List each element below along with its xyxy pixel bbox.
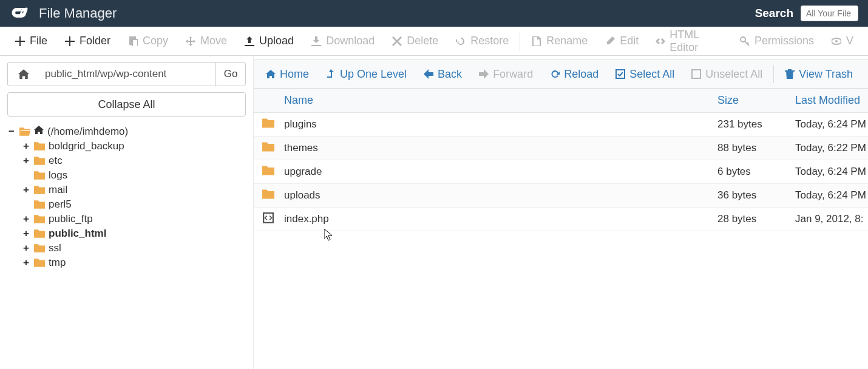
- file-row[interactable]: themes 88 bytes Today, 6:22 PM: [254, 137, 868, 160]
- move-icon: [185, 36, 196, 47]
- toolbar-upload-button[interactable]: Upload: [236, 31, 302, 51]
- folder-icon: [262, 141, 274, 156]
- file-name: plugins: [283, 118, 717, 130]
- path-input[interactable]: [39, 62, 215, 86]
- search-label: Search: [755, 7, 793, 20]
- key-icon: [739, 36, 750, 47]
- toolbar-permissions-button: Permissions: [731, 31, 822, 51]
- file-table-header: Name Size Last Modified: [254, 89, 868, 113]
- file-modified: Today, 6:24 PM: [795, 189, 868, 201]
- file-row[interactable]: uploads 36 bytes Today, 6:24 PM: [254, 184, 868, 208]
- toggle-icon[interactable]: −: [7, 126, 16, 138]
- collapse-all-button[interactable]: Collapse All: [7, 92, 246, 117]
- tree-node-tmp[interactable]: + tmp: [22, 256, 246, 270]
- unchecked-icon: [691, 69, 701, 79]
- toolbar-label: Download: [326, 35, 375, 47]
- tree-root[interactable]: − (/home/imhdemo): [7, 124, 246, 139]
- toolbar-label: Edit: [620, 35, 639, 47]
- toolbar-label: Rename: [546, 35, 588, 47]
- file-modified: Today, 6:22 PM: [795, 142, 868, 154]
- go-button[interactable]: Go: [215, 62, 246, 86]
- toolbar-separator: [520, 32, 520, 51]
- col-modified-header[interactable]: Last Modified: [795, 94, 868, 107]
- tree-node-boldgrid_backup[interactable]: + boldgrid_backup: [22, 139, 246, 154]
- tree-node-label: etc: [49, 155, 63, 167]
- nav-view trash-button[interactable]: View Trash: [776, 60, 861, 88]
- toggle-icon[interactable]: +: [22, 213, 30, 225]
- plus-icon: [15, 36, 25, 47]
- cpanel-logo-icon: [10, 6, 30, 21]
- folder-icon: [34, 170, 45, 181]
- nav-unselect all-button: Unselect All: [683, 60, 771, 88]
- toggle-icon[interactable]: +: [22, 140, 30, 152]
- tree-node-label: public_ftp: [49, 213, 93, 225]
- tree-node-public_html[interactable]: + public_html: [22, 226, 246, 241]
- nav-label: Forward: [493, 68, 533, 81]
- toolbar-label: Copy: [143, 35, 168, 47]
- forward-icon: [479, 69, 489, 79]
- file-modified: Jan 9, 2012, 8:: [795, 213, 868, 225]
- toggle-icon[interactable]: +: [22, 155, 30, 167]
- toolbar-folder-button[interactable]: Folder: [56, 31, 119, 51]
- toggle-icon[interactable]: +: [22, 228, 30, 240]
- tree-node-public_ftp[interactable]: + public_ftp: [22, 212, 246, 226]
- tree-node-perl5[interactable]: perl5: [22, 197, 246, 212]
- tree-node-label: tmp: [49, 257, 66, 269]
- folder-tree: − (/home/imhdemo) + boldgrid_backup + et…: [7, 124, 246, 270]
- col-name-header[interactable]: Name: [283, 94, 717, 107]
- nav-select all-button[interactable]: Select All: [607, 60, 683, 88]
- nav-label: Up One Level: [340, 68, 407, 81]
- file-row[interactable]: upgrade 6 bytes Today, 6:24 PM: [254, 160, 868, 184]
- tree-node-label: perl5: [49, 198, 72, 211]
- toolbar-label: Restore: [470, 35, 509, 47]
- back-icon: [424, 69, 433, 79]
- code-file-icon: [263, 212, 274, 226]
- file-row[interactable]: index.php 28 bytes Jan 9, 2012, 8:: [254, 208, 868, 231]
- tree-node-logs[interactable]: logs: [22, 168, 246, 183]
- nav-label: Reload: [564, 68, 598, 81]
- file-row[interactable]: plugins 231 bytes Today, 6:24 PM: [254, 113, 868, 137]
- toolbar-label: Move: [200, 35, 227, 47]
- nav-home-button[interactable]: Home: [257, 60, 317, 88]
- toolbar-restore-button: Restore: [447, 31, 517, 51]
- folder-icon: [34, 199, 45, 210]
- toolbar-file-button[interactable]: File: [6, 31, 56, 51]
- folder-icon: [34, 243, 45, 254]
- download-icon: [311, 36, 322, 47]
- toggle-icon[interactable]: +: [22, 184, 30, 196]
- tree-node-ssl[interactable]: + ssl: [22, 241, 246, 256]
- tree-node-etc[interactable]: + etc: [22, 154, 246, 168]
- folder-icon: [34, 155, 45, 166]
- toolbar-label: File: [30, 35, 47, 47]
- folder-icon: [262, 188, 274, 203]
- reload-icon: [550, 69, 560, 79]
- file-name: themes: [283, 142, 717, 154]
- toolbar-delete-button: Delete: [383, 31, 447, 51]
- search-input[interactable]: [801, 5, 858, 21]
- nav-up one level-button[interactable]: Up One Level: [317, 60, 415, 88]
- toolbar-move-button: Move: [177, 31, 236, 51]
- toolbar-v-button: V: [822, 31, 862, 51]
- col-size-header[interactable]: Size: [717, 94, 795, 107]
- toolbar-label: V: [846, 35, 853, 47]
- plus-icon: [64, 36, 75, 47]
- file-name: upgrade: [283, 166, 717, 178]
- toggle-icon[interactable]: +: [22, 257, 30, 269]
- tree-node-label: mail: [49, 184, 67, 196]
- nav-label: Unselect All: [705, 68, 762, 81]
- folder-icon: [34, 141, 45, 152]
- nav-back-button[interactable]: Back: [415, 60, 470, 88]
- tree-node-mail[interactable]: + mail: [22, 183, 246, 197]
- nav-reload-button[interactable]: Reload: [541, 60, 607, 88]
- nav-forward-button: Forward: [470, 60, 541, 88]
- toolbar-rename-button: Rename: [523, 31, 596, 51]
- file-list: plugins 231 bytes Today, 6:24 PM themes …: [254, 113, 868, 231]
- file-name: index.php: [283, 213, 717, 225]
- file-modified: Today, 6:24 PM: [795, 118, 868, 130]
- nav-toolbar: Home Up One Level Back Forward Reload Se…: [254, 59, 868, 89]
- toolbar-label: Permissions: [754, 35, 814, 47]
- home-path-button[interactable]: [7, 62, 39, 86]
- folder-icon: [262, 117, 274, 132]
- toolbar-edit-button: Edit: [596, 31, 647, 51]
- toggle-icon[interactable]: +: [22, 242, 30, 254]
